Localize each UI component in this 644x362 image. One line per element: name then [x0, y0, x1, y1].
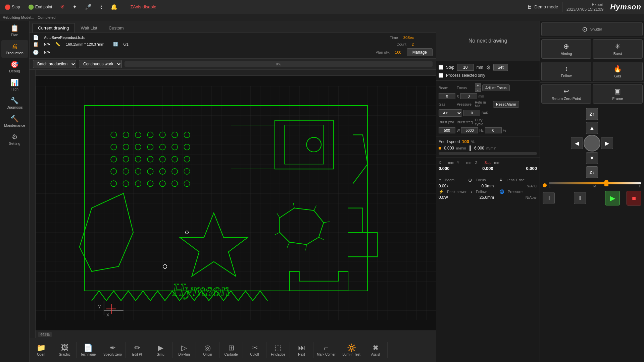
burst-pwr-input[interactable]: [439, 127, 455, 133]
burst-icon: ✳: [615, 42, 621, 50]
follow-icon: ↕: [565, 65, 568, 72]
icon-btn-5[interactable]: 🎤: [83, 3, 94, 11]
sidebar-item-maintenance[interactable]: 🔨 Maintenance: [1, 113, 28, 130]
assist-label: Assist: [371, 353, 380, 356]
minus-btn[interactable]: -: [475, 88, 481, 92]
btn-assist[interactable]: ✖ Assist: [364, 342, 388, 358]
beam-reading-label: Beam: [445, 178, 465, 182]
stop-playback-button[interactable]: ■: [627, 191, 641, 205]
batch-production-select[interactable]: Batch production: [33, 60, 76, 68]
canvas-area[interactable]: Hymson: [36, 76, 436, 330]
duty-cycle-input[interactable]: [485, 127, 502, 133]
pressure-input[interactable]: [463, 110, 480, 116]
sidebar-item-setting[interactable]: ⚙ Setting: [1, 131, 28, 148]
sidebar-item-plan[interactable]: 📋 Plan: [1, 22, 28, 40]
jog-right-button[interactable]: ▶: [601, 137, 613, 149]
rebuilding-status: Rebuilding Model...: [3, 15, 34, 19]
origin-icon: ◎: [204, 344, 211, 352]
set-button[interactable]: Set: [493, 64, 508, 71]
feed-val-row: 0.000 m/min 6.000 m/min: [439, 145, 537, 151]
btn-technique[interactable]: 📄 Technique: [77, 342, 100, 358]
rtn-mid-label: Retu rn Mid: [475, 101, 492, 108]
z-up-button[interactable]: Z↑: [586, 108, 598, 120]
jog-left-button[interactable]: ◀: [571, 137, 583, 149]
tab-custom[interactable]: Custom: [103, 23, 129, 33]
return-zero-button[interactable]: ↩ Return Zero Point: [541, 84, 591, 104]
jog-top-row: ▲: [573, 122, 611, 134]
tab-wait-list[interactable]: Wait List: [76, 23, 103, 33]
icon-btn-6[interactable]: ⌇: [98, 3, 105, 11]
aiming-burst-grid: ⊕ Aiming ✳ Burst: [541, 39, 643, 59]
btn-specify-zero[interactable]: ✒ Specify zero: [100, 342, 126, 358]
btn-origin[interactable]: ◎ Origin: [196, 342, 219, 358]
no-next-drawing-area: No next drawing: [436, 21, 540, 61]
icon-btn-4[interactable]: ✦: [70, 3, 79, 11]
endpoint-label: End point: [35, 5, 52, 9]
plan-qty-value: 100: [395, 50, 401, 54]
sidebar-item-debug[interactable]: 🎯 Debug: [1, 58, 28, 76]
icon-btn-7[interactable]: 🔔: [109, 3, 119, 11]
btn-edit-pt[interactable]: ✏ Edit Pt: [126, 342, 149, 358]
follow-button[interactable]: ↕ Follow: [541, 62, 591, 81]
production-label: Production: [6, 51, 23, 55]
gear-icon[interactable]: ⚙: [486, 64, 491, 71]
beam-value-input[interactable]: [439, 93, 455, 99]
btn-calibrate[interactable]: ⊞ Calibrate: [219, 342, 243, 358]
manage-button[interactable]: Manage: [407, 48, 433, 56]
burst-pwr-label: Burst pwr: [439, 120, 455, 124]
adjust-focus-btn[interactable]: Adjust Focus: [482, 84, 510, 91]
btn-simu[interactable]: ▶ Simu: [149, 342, 172, 358]
btn-dry-run[interactable]: ▷ DryRun: [172, 342, 196, 358]
continuous-work-select[interactable]: Continuous work: [79, 60, 122, 68]
peak-power-label: Peak power: [447, 190, 467, 194]
btn-cutoff[interactable]: ✂ Cutoff: [243, 342, 266, 358]
sidebar-item-production[interactable]: 🖨 Production: [1, 40, 28, 58]
shutter-row: ⊙ Shutter: [540, 21, 644, 38]
icon-btn-3[interactable]: ✳: [58, 3, 66, 11]
jog-up-button[interactable]: ▲: [586, 122, 598, 134]
sidebar-item-tech[interactable]: 📊 Tech: [1, 76, 28, 94]
pause-button[interactable]: ⏸: [574, 192, 586, 204]
shutter-button[interactable]: ⊙ Shutter: [541, 22, 643, 36]
process-selected-checkbox[interactable]: [439, 73, 443, 78]
diagnosis-label: Diagnosis: [6, 105, 22, 109]
aiming-icon: ⊕: [563, 42, 569, 50]
sidebar-item-diagnosis[interactable]: 🔧 Diagnosis: [1, 95, 28, 112]
z-down-button[interactable]: Z↓: [586, 166, 598, 178]
reset-alarm-btn[interactable]: Reset Alarm: [493, 101, 519, 108]
step-value-input[interactable]: [457, 64, 474, 71]
gas-type-select[interactable]: Air: [439, 109, 462, 117]
count-display: 0/1: [123, 42, 129, 46]
beam-value-row: X mm: [439, 93, 537, 99]
reading-vals-row2: 0.0W 25.0mm N/Abar: [439, 195, 537, 200]
tab-current-drawing[interactable]: Current drawing: [32, 23, 75, 33]
jog-pad: Z↑ ▲ ◀ ▶ ▼ Z↓: [540, 105, 644, 181]
burst-freq-input[interactable]: [461, 127, 478, 133]
status-bar: Rebuilding Model... Completed: [0, 14, 644, 21]
time-label: Time: [390, 36, 398, 40]
burst-button[interactable]: ✳ Burst: [593, 39, 643, 59]
jog-down-button[interactable]: ▼: [586, 152, 598, 164]
btn-burn-in-test[interactable]: 🔆 Burn-in Test: [339, 342, 364, 358]
peak-follow-row: ⚡ Peak power ↕ Follow 🌀 Pressure: [439, 189, 537, 194]
gas-button[interactable]: 🔥 Gas: [593, 62, 643, 81]
frame-button[interactable]: ▣ Frame: [593, 84, 643, 104]
plus-btn[interactable]: +: [475, 83, 481, 87]
stop-button[interactable]: 🛑 Stop: [3, 4, 22, 10]
tech-icon: 📊: [10, 79, 19, 86]
btn-mark-corner[interactable]: ⌐ Mark Corner: [313, 342, 339, 358]
btn-find-edge[interactable]: ⬚ FindEdge: [266, 342, 290, 358]
step-checkbox[interactable]: [439, 65, 443, 70]
canvas-status: 442%: [36, 330, 436, 338]
btn-open[interactable]: 📁 Open: [30, 342, 53, 358]
play-button[interactable]: ▶: [605, 191, 620, 205]
focus-value-input[interactable]: [460, 93, 477, 99]
btn-graphic[interactable]: 🖼 Graphic: [53, 342, 77, 358]
xyz-vals-row: 0.000 0.000 0.000: [439, 166, 537, 171]
prev-pause-button[interactable]: ⏸: [543, 192, 555, 204]
svg-rect-1: [36, 86, 436, 320]
aiming-button[interactable]: ⊕ Aiming: [541, 39, 591, 59]
slider-container[interactable]: L M H: [549, 182, 641, 188]
endpoint-button[interactable]: 🟢 End point: [26, 4, 54, 10]
btn-next[interactable]: ⏭ Next: [290, 342, 313, 358]
